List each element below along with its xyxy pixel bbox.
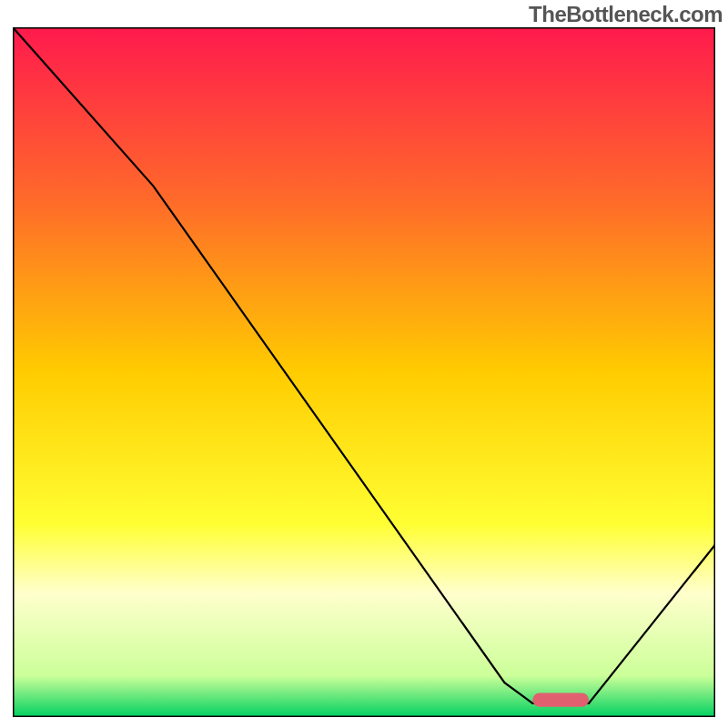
chart-svg <box>13 27 715 717</box>
optimal-marker <box>532 693 589 706</box>
watermark-text: TheBottleneck.com <box>529 2 723 27</box>
plot-area <box>13 27 715 717</box>
chart-container: TheBottleneck.com <box>0 0 728 728</box>
gradient-background <box>13 27 715 717</box>
